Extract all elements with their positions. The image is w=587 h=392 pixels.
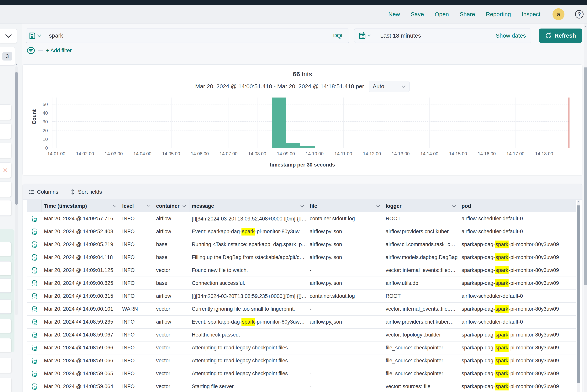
avatar[interactable]: a [552, 8, 564, 20]
page-scrollbar[interactable]: ▲ [584, 24, 587, 392]
field-card[interactable] [0, 278, 11, 292]
table-row[interactable]: Mar 20, 2024 @ 14:08:59.065 INFO vector … [27, 367, 576, 380]
scrollbar-thumb[interactable] [577, 206, 580, 383]
field-card[interactable] [0, 358, 11, 373]
expand-document-button[interactable] [27, 367, 42, 380]
field-card[interactable] [0, 300, 11, 314]
cell-file: - [308, 354, 383, 367]
field-card[interactable] [0, 182, 11, 197]
sidebar-count-card[interactable]: 3 [0, 47, 15, 66]
search-input[interactable] [44, 32, 328, 39]
cell-container: airflow [154, 225, 190, 238]
field-card[interactable]: ✕ [0, 162, 11, 178]
filter-divider [38, 50, 43, 51]
expand-document-button[interactable] [27, 303, 42, 315]
cell-pod: sparkapp-dag-spark-pi-monitor-80y3uw09 [459, 342, 576, 354]
scrollbar-thumb[interactable] [15, 72, 18, 205]
nav-share[interactable]: Share [460, 11, 475, 18]
gridline [544, 98, 544, 148]
refresh-button[interactable]: Refresh [539, 28, 582, 43]
nav-new[interactable]: New [388, 11, 400, 18]
column-header-time-timestamp-[interactable]: Time (timestamp) [42, 200, 120, 212]
nav-open[interactable]: Open [435, 11, 449, 18]
column-header-pod[interactable]: pod [459, 200, 576, 212]
scroll-up-icon[interactable]: ▲ [15, 62, 18, 66]
cell-container: vector [154, 328, 190, 341]
column-header-message[interactable]: message [190, 200, 308, 212]
hits-label: hits [302, 70, 312, 78]
columns-button[interactable]: Columns [29, 189, 58, 195]
field-card[interactable] [0, 242, 11, 256]
cell-file: airflow.py.json [308, 277, 383, 290]
column-header-logger[interactable]: logger [383, 200, 459, 212]
interval-select[interactable]: Auto [369, 81, 410, 92]
cell-container: airflow [154, 290, 190, 302]
field-card[interactable] [0, 200, 11, 216]
remove-field-icon[interactable]: ✕ [3, 167, 8, 174]
query-language-button[interactable]: DQL [328, 33, 349, 39]
gridline [372, 98, 372, 148]
column-header-file[interactable]: file [308, 200, 383, 212]
field-card[interactable] [0, 319, 11, 333]
saved-query-menu-button[interactable] [26, 29, 44, 42]
x-tick-label: 14:01:00 [48, 151, 65, 156]
expand-document-button[interactable] [27, 238, 42, 251]
table-row[interactable]: Mar 20, 2024 @ 14:08:59.066 INFO vector … [27, 342, 576, 354]
add-filter-button[interactable]: + Add filter [46, 48, 72, 54]
table-row[interactable]: Mar 20, 2024 @ 14:09:01.125 INFO vector … [27, 264, 576, 277]
table-row[interactable]: Mar 20, 2024 @ 14:09:00.825 INFO base Co… [27, 277, 576, 290]
field-card[interactable] [0, 378, 11, 392]
expand-document-button[interactable] [27, 290, 42, 302]
expand-document-button[interactable] [27, 225, 42, 238]
expand-document-button[interactable] [27, 354, 42, 367]
filter-icon[interactable] [27, 47, 35, 54]
table-row[interactable]: Mar 20, 2024 @ 14:09:00.101 WARN vector … [27, 303, 576, 316]
cell-time: Mar 20, 2024 @ 14:08:59.064 [42, 380, 120, 392]
table-row[interactable]: Mar 20, 2024 @ 14:09:00.315 INFO airflow… [27, 290, 576, 303]
field-card[interactable] [0, 261, 11, 276]
nav-inspect[interactable]: Inspect [522, 11, 540, 18]
nav-save[interactable]: Save [411, 11, 424, 18]
table-row[interactable]: Mar 20, 2024 @ 14:09:04.118 INFO base Fi… [27, 251, 576, 264]
histogram-bar[interactable] [300, 146, 314, 148]
field-card[interactable] [0, 143, 11, 158]
table-scrollbar[interactable]: ▲ [577, 200, 580, 392]
help-icon[interactable]: ? [575, 10, 584, 18]
histogram-bar[interactable] [272, 98, 286, 148]
field-card[interactable] [0, 338, 11, 352]
sidebar-scrollbar[interactable]: ▲ [15, 66, 18, 315]
sort-fields-button[interactable]: Sort fields [70, 189, 102, 195]
sidebar-collapse-button[interactable] [0, 29, 17, 43]
expand-document-button[interactable] [27, 328, 42, 341]
expand-document-button[interactable] [27, 212, 42, 225]
expand-document-button[interactable] [27, 264, 42, 276]
field-card[interactable] [0, 124, 11, 139]
table-row[interactable]: Mar 20, 2024 @ 14:08:59.235 INFO airflow… [27, 316, 576, 328]
expand-document-button[interactable] [27, 251, 42, 264]
histogram-plot[interactable] [52, 98, 569, 148]
expand-document-button[interactable] [27, 380, 42, 392]
table-row[interactable]: Mar 20, 2024 @ 14:08:59.066 INFO vector … [27, 354, 576, 367]
scroll-up-icon[interactable]: ▲ [584, 25, 587, 28]
scroll-up-icon[interactable]: ▲ [577, 200, 580, 203]
table-row[interactable]: Mar 20, 2024 @ 14:09:52.408 INFO airflow… [27, 225, 576, 238]
table-row[interactable]: Mar 20, 2024 @ 14:08:59.064 INFO vector … [27, 380, 576, 392]
expand-document-button[interactable] [27, 342, 42, 354]
column-header-level[interactable]: level [120, 200, 154, 212]
scrollbar-thumb[interactable] [584, 68, 587, 285]
date-quick-select-button[interactable] [354, 29, 375, 42]
expand-document-button[interactable] [27, 277, 42, 290]
cell-level: INFO [120, 316, 154, 328]
table-row[interactable]: Mar 20, 2024 @ 14:08:59.067 INFO vector … [27, 328, 576, 342]
header-divider [570, 8, 570, 20]
nav-reporting[interactable]: Reporting [486, 11, 511, 18]
table-row[interactable]: Mar 20, 2024 @ 14:09:05.219 INFO base Ru… [27, 238, 576, 251]
cell-level: INFO [120, 264, 154, 276]
expand-document-button[interactable] [27, 316, 42, 328]
column-header-container[interactable]: container [154, 200, 190, 212]
table-row[interactable]: Mar 20, 2024 @ 14:09:57.716 INFO airflow… [27, 212, 576, 225]
show-dates-button[interactable]: Show dates [496, 32, 531, 39]
time-range-value[interactable]: Last 18 minutes [375, 32, 496, 39]
histogram-bar[interactable] [286, 142, 300, 148]
field-card[interactable] [0, 104, 11, 120]
